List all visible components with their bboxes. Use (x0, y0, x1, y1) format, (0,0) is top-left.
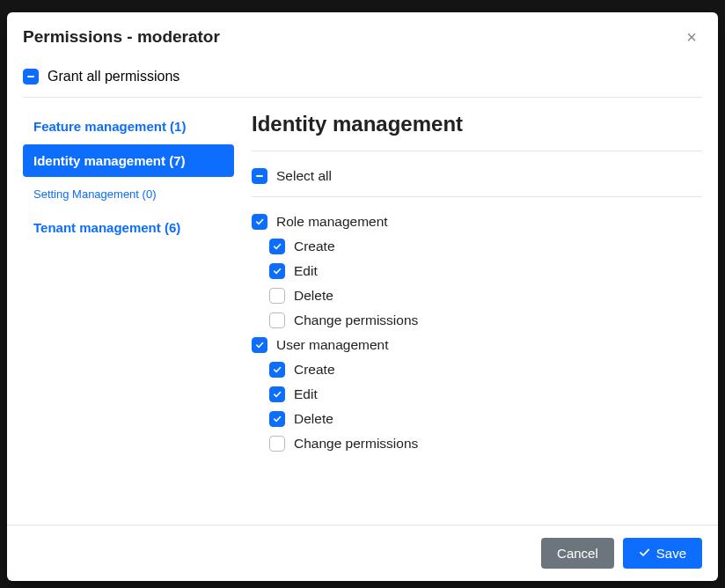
tab-item[interactable]: Tenant management (6) (23, 211, 234, 244)
tab-label: Feature management (1) (33, 119, 186, 134)
permission-checkbox[interactable] (269, 362, 285, 378)
check-icon (639, 548, 651, 560)
modal-header: Permissions - moderator × (7, 12, 718, 60)
tabs-sidebar: Feature management (1)Identity managemen… (23, 110, 234, 456)
divider (252, 196, 702, 197)
panel-title: Identity management (252, 112, 702, 136)
permission-checkbox[interactable] (252, 214, 267, 230)
permission-child-row: Create (252, 357, 702, 382)
permission-label: Delete (294, 411, 333, 427)
permission-checkbox[interactable] (269, 239, 285, 254)
permissions-panel: Identity management Select all Role mana… (252, 110, 702, 456)
permission-checkbox[interactable] (252, 337, 267, 353)
grant-all-label: Grant all permissions (48, 69, 179, 85)
permission-label: Create (294, 239, 335, 254)
permission-child-row: Edit (252, 382, 702, 407)
permission-child-row: Change permissions (252, 308, 702, 333)
tab-item[interactable]: Identity management (7) (23, 144, 234, 177)
permission-group-row: User management (252, 333, 702, 357)
tab-item[interactable]: Setting Management (0) (23, 179, 234, 209)
permission-child-row: Delete (252, 283, 702, 308)
permission-label: Edit (294, 386, 318, 402)
divider (252, 151, 702, 151)
permissions-modal: Permissions - moderator × Grant all perm… (7, 12, 718, 581)
permission-label: Delete (294, 288, 333, 304)
permission-label: Create (294, 362, 335, 378)
permission-child-row: Edit (252, 259, 702, 283)
close-button[interactable]: × (681, 26, 702, 48)
permission-checkbox[interactable] (269, 436, 285, 452)
save-button[interactable]: Save (623, 538, 702, 569)
tab-item[interactable]: Feature management (1) (23, 110, 234, 143)
modal-title: Permissions - moderator (23, 27, 220, 47)
tab-label: Tenant management (6) (33, 220, 180, 235)
permission-checkbox[interactable] (269, 288, 285, 304)
modal-body: Grant all permissions Feature management… (7, 60, 718, 525)
permission-label: User management (276, 337, 389, 353)
permission-child-row: Delete (252, 407, 702, 431)
tab-label: Setting Management (0) (33, 187, 156, 201)
grant-all-row: Grant all permissions (23, 69, 702, 98)
permission-checkbox[interactable] (269, 386, 285, 402)
close-icon: × (686, 27, 697, 47)
modal-footer: Cancel Save (7, 525, 718, 581)
permission-checkbox[interactable] (269, 263, 285, 279)
permission-group-row: Role management (252, 209, 702, 234)
tab-label: Identity management (7) (33, 153, 186, 168)
save-label: Save (656, 546, 686, 561)
grant-all-checkbox[interactable] (23, 69, 39, 85)
select-all-row: Select all (252, 164, 702, 196)
permission-groups: Role managementCreateEditDeleteChange pe… (252, 209, 702, 456)
permission-label: Change permissions (294, 436, 418, 452)
permission-checkbox[interactable] (269, 312, 285, 328)
permission-label: Role management (276, 214, 388, 230)
permission-label: Change permissions (294, 312, 418, 328)
cancel-button[interactable]: Cancel (541, 538, 614, 569)
permission-label: Edit (294, 263, 318, 279)
cancel-label: Cancel (557, 546, 598, 561)
permission-child-row: Change permissions (252, 431, 702, 456)
permission-checkbox[interactable] (269, 411, 285, 427)
permission-child-row: Create (252, 234, 702, 259)
select-all-checkbox[interactable] (252, 168, 267, 184)
select-all-label: Select all (276, 168, 332, 184)
